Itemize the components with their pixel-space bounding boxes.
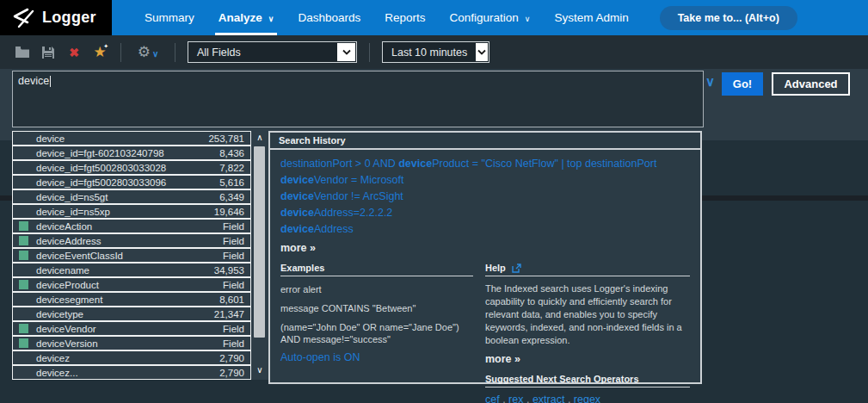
take-me-to-button[interactable]: Take me to... (Alt+o) [660,6,797,30]
clear-search-icon[interactable]: ✖ [65,44,83,61]
autocomplete-item-label: device [36,133,65,144]
autocomplete-item-value: 21,347 [214,309,244,319]
autocomplete-item[interactable]: deviceVersionField [12,336,251,350]
autocomplete-item-value: 6,349 [219,192,244,202]
autocomplete-item[interactable]: devicetype21,347 [12,307,251,321]
field-indicator-spacer [19,207,28,216]
search-history-item[interactable]: deviceVendor = Microsoft [280,172,690,189]
scroll-down-icon[interactable]: ∨ [251,365,268,378]
operator-link-regex[interactable]: regex [574,394,600,403]
chevron-down-icon: ∨ [525,15,531,23]
history-more-link[interactable]: more » [280,242,316,254]
history-highlight: device [280,207,314,219]
operator-link-cef[interactable]: cef [485,394,500,403]
search-history-item[interactable]: deviceAddress=2.2.2.2 [280,205,690,221]
nav-item-system-admin[interactable]: System Admin [542,0,640,35]
autocomplete-item[interactable]: deviceAddressField [12,233,251,248]
field-indicator-icon [19,280,28,289]
autocomplete-item-value: 5,616 [219,177,244,188]
operator-link-rex[interactable]: rex [508,394,523,403]
time-range-select[interactable]: Last 10 minutes [382,41,489,63]
select-arrow-icon [476,43,488,61]
autocomplete-scrollbar[interactable]: ∧ ∨ [251,131,268,380]
autocomplete-item[interactable]: device253,781 [12,131,251,146]
example-query: error alert [280,283,473,295]
nav-item-reports[interactable]: Reports [372,0,437,35]
advanced-button[interactable]: Advanced [772,72,850,96]
select-arrow-icon [337,43,355,61]
suggested-operators-list: cef , rex , extract , regex [485,394,690,403]
scrollbar-thumb[interactable] [254,146,265,338]
logger-app: Logger SummaryAnalyze∨DashboardsReportsC… [0,0,868,403]
autocomplete-item-label: device_id=fgt-602103240798 [36,148,164,158]
examples-section: Examples error alertmessage CONTAINS "Be… [280,263,473,403]
field-indicator-spacer [19,177,28,187]
operator-separator: , [523,394,532,403]
autocomplete-item[interactable]: deviceEventClassIdField [12,248,251,263]
search-history-title: Search History [270,133,700,150]
field-indicator-icon [19,251,28,260]
save-icon[interactable] [40,44,57,61]
external-link-icon[interactable] [512,264,521,273]
operator-separator: , [500,394,508,403]
autocomplete-item-value: 19,646 [214,207,244,217]
autocomplete-item[interactable]: device_id=ns5xp19,646 [12,204,251,219]
top-nav-bar: Logger SummaryAnalyze∨DashboardsReportsC… [0,0,868,35]
autocomplete-item-label: device_id=fgt5002803033096 [36,177,166,188]
expand-search-chevron-icon[interactable]: ∨ [705,74,715,90]
autocomplete-item-label: deviceAction [36,221,92,232]
search-history-item[interactable]: deviceVendor != ArcSight [280,189,690,205]
field-indicator-spacer [19,353,28,363]
autocomplete-item[interactable]: devicez2,790 [12,350,251,365]
operator-link-extract[interactable]: extract [532,394,565,403]
autocomplete-item[interactable]: devicesegment8,601 [12,292,251,307]
fieldset-select[interactable]: All Fields [188,41,357,63]
autocomplete-item-value: Field [223,338,244,349]
help-section: Help The Indexed search uses Logger's in… [485,263,690,403]
help-more-link[interactable]: more » [485,353,520,365]
autocomplete-item-value: Field [223,236,244,246]
nav-item-analyze[interactable]: Analyze∨ [206,0,286,35]
search-history-item[interactable]: deviceAddress [280,221,690,238]
nav-item-dashboards[interactable]: Dashboards [286,0,372,35]
nav-item-configuration[interactable]: Configuration∨ [437,0,542,35]
load-folder-icon[interactable] [14,44,31,61]
autocomplete-item[interactable]: deviceProductField [12,277,251,292]
scroll-up-icon[interactable]: ∧ [251,133,268,146]
example-query: (name="John Doe" OR name="Jane Doe") AND… [280,321,473,345]
autocomplete-item-label: devicename [36,265,89,276]
field-indicator-icon [19,221,28,231]
autocomplete-item[interactable]: deviceActionField [12,219,251,233]
search-history-item[interactable]: destinationPort > 0 AND deviceProduct = … [280,156,690,172]
field-indicator-spacer [19,133,28,143]
autocomplete-item[interactable]: device_id=fgt-6021032407988,436 [12,146,251,160]
field-indicator-spacer [19,265,28,275]
autocomplete-item-value: 7,822 [219,163,244,173]
autocomplete-item-value: Field [223,280,244,290]
autocomplete-item[interactable]: device_id=fgt50028030330965,616 [12,175,251,189]
help-title: Help [485,263,690,276]
history-prefix: destinationPort > 0 AND [280,158,398,170]
autocomplete-item[interactable]: device_id=fgt50028030330287,822 [12,160,251,175]
nav-item-summary[interactable]: Summary [132,0,206,35]
autocomplete-item-label: devicesegment [36,294,102,305]
chevron-down-icon: ∨ [152,49,158,59]
search-helper-panel: Search History destinationPort > 0 AND d… [268,131,702,384]
go-button[interactable]: Go! [722,72,763,96]
search-query-input[interactable]: device [12,71,704,127]
search-history-list: destinationPort > 0 AND deviceProduct = … [270,150,700,238]
nav-item-label: System Admin [554,11,628,24]
autocomplete-item-value: Field [223,251,244,261]
autocomplete-item[interactable]: devicename34,953 [12,263,251,277]
saved-searches-star-icon[interactable]: ★✦ [91,44,108,61]
auto-open-toggle[interactable]: Auto-open is ON [280,351,360,363]
settings-gear-menu[interactable]: ⚙ ∨ [133,44,163,61]
toolbar-separator [369,43,370,62]
autocomplete-item[interactable]: devicez...2,790 [12,365,251,380]
history-highlight: device [398,158,432,170]
autocomplete-item-label: deviceVendor [36,324,96,334]
autocomplete-item[interactable]: device_id=ns5gt6,349 [12,189,251,204]
autocomplete-item[interactable]: deviceVendorField [12,321,251,336]
brand-title: Logger [42,9,96,27]
autocomplete-item-label: devicetype [36,309,83,319]
